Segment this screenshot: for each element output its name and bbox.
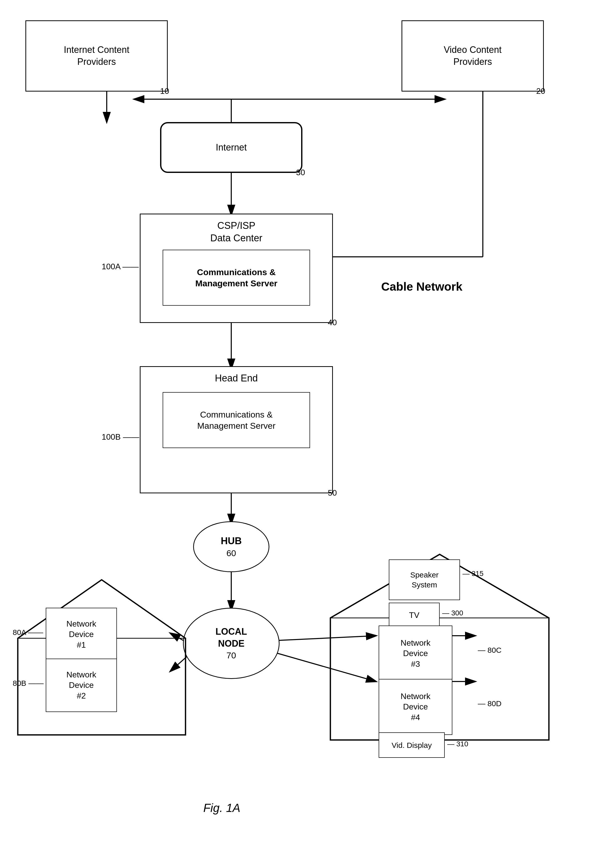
speaker-ref: — 315 [462,570,484,578]
csp-isp-box: CSP/ISPData Center Communications &Manag… [140,214,333,323]
internet-ref: 30 [296,168,305,177]
head-end-ref: 50 [328,488,337,498]
fig-label: Fig. 1A [203,801,241,815]
hub-circle: HUB 60 [193,521,269,572]
cms-100b-ref: 100B —— [102,432,139,442]
cable-network-label: Cable Network [381,280,462,294]
vcp-ref: 20 [536,87,546,96]
local-node-circle: LOCALNODE 70 [183,608,280,679]
cms-100b-label: Communications &Management Server [197,409,276,431]
cms-100a-label: Communications &Management Server [195,266,277,289]
tv-box: TV [389,603,440,628]
cms-100b-box: Communications &Management Server [163,392,310,448]
hub-label: HUB [221,535,242,547]
video-content-providers-label: Video ContentProviders [444,44,502,68]
nd3-label: NetworkDevice#3 [400,638,430,670]
local-node-label: LOCALNODE [216,626,247,650]
tv-ref: — 300 [442,609,463,617]
nd4-label: NetworkDevice#4 [400,691,430,723]
internet-box: Internet [160,122,302,173]
diagram-container: Internet ContentProviders 10 Video Conte… [0,0,616,845]
network-device-1-box: NetworkDevice#1 [46,608,117,661]
csp-isp-label: CSP/ISPData Center [210,219,263,245]
network-device-4-box: NetworkDevice#4 [378,679,452,735]
vid-display-label: Vid. Display [392,740,432,750]
nd2-ref: 80B —— [13,679,44,688]
head-end-label: Head End [215,372,258,385]
csp-ref: 40 [328,318,337,327]
hub-ref: 60 [221,548,242,559]
internet-content-providers-box: Internet ContentProviders [25,21,168,91]
tv-label: TV [409,610,419,621]
nd2-label: NetworkDevice#2 [66,670,96,701]
nd4-ref: — 80D [478,699,502,708]
internet-label: Internet [216,142,247,154]
nd1-ref: 80A —— [13,628,43,637]
vid-display-ref: — 310 [447,740,468,748]
nd1-label: NetworkDevice#1 [66,619,96,651]
speaker-label: SpeakerSystem [410,570,439,590]
icp-ref: 10 [160,87,169,96]
vid-display-box: Vid. Display [378,732,445,758]
network-device-3-box: NetworkDevice#3 [378,626,452,682]
head-end-box: Head End Communications &Management Serv… [140,366,333,493]
network-device-2-box: NetworkDevice#2 [46,658,117,712]
cms-100a-ref: 100A —— [102,262,139,271]
local-node-ref: 70 [216,650,247,661]
speaker-system-box: SpeakerSystem [389,560,460,600]
internet-content-providers-label: Internet ContentProviders [64,44,129,68]
nd3-ref: — 80C [478,646,502,654]
video-content-providers-box: Video ContentProviders [402,21,544,91]
cms-100a-box: Communications &Management Server [163,250,310,306]
